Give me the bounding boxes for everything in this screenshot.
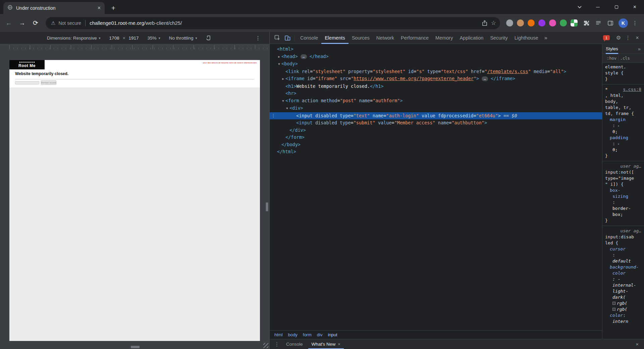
viewport-resize-handle-bottom[interactable] [131,346,140,348]
forward-button[interactable]: → [16,17,28,29]
reading-list-icon[interactable] [593,18,604,28]
style-line[interactable]: padding [605,135,641,141]
class-toggle-button[interactable]: .cls [618,56,632,61]
tree-node-selected[interactable]: ⋮<input disabled type="text" name="auth-… [270,112,602,120]
tree-node[interactable]: ▼<form action method="post" name="authfo… [270,97,602,105]
extension-icon-3[interactable] [528,19,535,26]
style-line[interactable]: background- [605,264,641,270]
reload-button[interactable]: ⟳ [30,17,42,29]
minimize-button[interactable] [589,0,607,14]
device-toolbar-menu-button[interactable]: ⋮ [255,35,261,41]
member-access-button[interactable]: Member access [41,80,56,85]
viewport-width-value[interactable]: 1708 [109,36,119,41]
tree-node[interactable]: ▼<body> [270,60,602,68]
more-tabs-button[interactable]: » [542,35,550,41]
expand-arrow-icon[interactable]: ▶ [277,53,281,61]
viewport-height-value[interactable]: 1917 [129,36,139,41]
style-line[interactable]: light- [605,288,641,294]
devtools-close-button[interactable]: × [633,32,642,44]
devtools-tab-security[interactable]: Security [487,32,511,44]
collapse-arrow-icon[interactable]: ▼ [277,61,281,68]
style-line[interactable]: user ag… [605,228,641,234]
style-line[interactable]: internal- [605,282,641,288]
profile-avatar[interactable]: K [619,18,628,28]
share-icon[interactable] [482,20,488,26]
tree-node[interactable]: </div> [270,127,602,134]
drawer-menu-button[interactable]: ⋮ [273,341,281,347]
breadcrumb-item-input[interactable]: input [328,332,337,337]
style-line[interactable]: dark( [605,294,641,300]
style-line[interactable]: rgb( [605,306,641,312]
dimensions-dropdown[interactable]: Dimensions: Responsive ▾ [47,36,101,41]
extension-icon-6[interactable] [560,19,567,26]
side-panel-icon[interactable] [605,18,616,28]
tree-node[interactable]: <link rel="stylesheet" property="stylesh… [270,68,602,75]
address-bar[interactable]: ⚠ Not secure challenge01.root-me.org/web… [46,17,500,29]
breadcrumb-item-html[interactable]: html [274,332,283,337]
style-line[interactable]: color: [605,312,641,318]
tree-node[interactable]: </body> [270,141,602,149]
node-options-icon[interactable]: ⋮ [271,112,275,120]
tab-styles[interactable]: Styles [606,44,618,54]
style-line[interactable]: } [605,218,641,224]
style-line[interactable]: : ▸ [605,141,641,147]
style-line[interactable]: } [605,153,641,159]
drawer-close-button[interactable]: × [634,341,641,347]
style-line[interactable]: intern [605,318,641,325]
devtools-tab-elements[interactable]: Elements [321,32,348,44]
style-line[interactable]: : [605,252,641,258]
tree-node[interactable]: ▼<div> [270,105,602,112]
browser-menu-button[interactable]: ⋮ [631,20,639,26]
attribute-link[interactable]: /template/s.css [487,69,528,74]
sidebar-more-tabs-button[interactable]: » [638,46,641,52]
breadcrumb-item-div[interactable]: div [317,332,323,337]
style-line[interactable]: type="image [605,175,641,181]
extension-icon-5[interactable] [549,19,556,26]
devtools-tab-network[interactable]: Network [373,32,397,44]
extension-icon-4[interactable] [538,19,545,26]
settings-gear-button[interactable]: ⚙ [614,32,623,44]
whats-new-close-button[interactable]: × [338,339,340,349]
stylesheet-link[interactable]: s.css:8 [623,86,641,93]
style-line[interactable]: color [605,270,641,276]
devtools-tab-application[interactable]: Application [456,32,487,44]
viewport-resize-grip[interactable] [263,343,268,348]
zoom-dropdown[interactable]: 35% ▾ [148,36,160,41]
style-line[interactable]: style { [605,70,641,76]
style-line[interactable]: : [605,199,641,206]
tree-node[interactable]: <input disabled type="submit" value="Mem… [270,119,602,127]
tree-node[interactable]: </form> [270,134,602,141]
back-button[interactable]: ← [3,17,15,29]
tab-search-chevron-icon[interactable] [570,0,589,14]
attribute-link[interactable]: https://www.root-me.org/?page=externe_he… [354,76,474,81]
inspect-element-button[interactable] [272,32,282,44]
style-line[interactable]: } [605,76,641,82]
style-line[interactable]: , html, [605,93,641,99]
devtools-tab-lighthouse[interactable]: Lighthouse [511,32,542,44]
extension-icon-7[interactable] [571,19,578,26]
color-swatch[interactable] [612,302,615,305]
login-input[interactable] [15,81,39,84]
tree-node[interactable]: <hr> [270,90,602,97]
style-line[interactable]: input:disab [605,234,641,240]
throttling-dropdown[interactable]: No throttling ▾ [169,36,197,41]
drawer-tab-whats-new[interactable]: What's New × [308,339,344,349]
browser-tab[interactable]: Under construction × [3,2,105,14]
tree-node[interactable]: <html> [270,46,602,53]
tree-node[interactable]: </html> [270,148,602,156]
extension-icon-2[interactable] [517,19,524,26]
viewport-resize-handle-right[interactable] [266,202,268,211]
tab-close-button[interactable]: × [98,5,101,11]
devtools-menu-button[interactable]: ⋮ [623,32,633,44]
pseudo-state-button[interactable]: :hov [605,56,618,61]
error-count-badge[interactable]: 1 [603,35,610,40]
tree-node[interactable]: <h1>Website temporarily closed.</h1> [270,83,602,90]
style-line[interactable]: cursor [605,246,641,252]
style-line[interactable]: : - [605,276,641,282]
new-tab-button[interactable]: + [108,3,119,13]
extension-icon-1[interactable] [506,19,513,26]
style-line[interactable]: element. [605,64,641,70]
device-toolbar-toggle-button[interactable] [282,32,292,44]
rotate-viewport-button[interactable] [206,35,212,41]
style-line[interactable]: rgb( [605,300,641,306]
